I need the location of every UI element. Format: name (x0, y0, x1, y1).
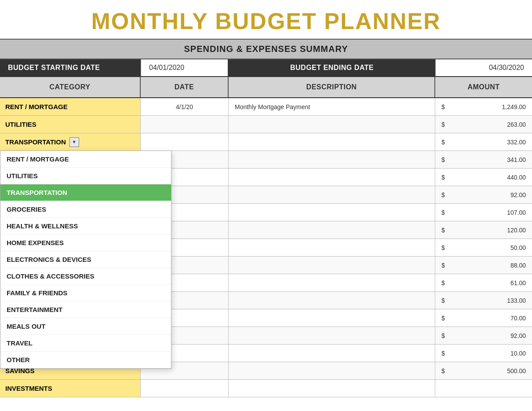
table-row: RENT / MORTGAGE4/1/20Monthly Mortgage Pa… (0, 98, 532, 116)
subtitle-bar: SPENDING & EXPENSES SUMMARY (0, 39, 532, 59)
category-text: TRANSPORTATION (5, 138, 66, 146)
dropdown-item[interactable]: TRANSPORTATION (0, 184, 171, 201)
amount-value: 332.00 (507, 139, 526, 146)
amount-value: 61.00 (510, 279, 526, 286)
budget-start-value: 04/01/2020 (141, 59, 229, 76)
dollar-sign: $ (441, 367, 445, 374)
amount-value: 1,249.00 (502, 103, 526, 110)
dollar-sign: $ (441, 121, 445, 128)
amount-cell: $61.00 (435, 274, 532, 291)
dropdown-item[interactable]: FAMILY & FRIENDS (0, 285, 171, 301)
table-body: RENT / MORTGAGE4/1/20Monthly Mortgage Pa… (0, 98, 532, 397)
category-dropdown[interactable]: RENT / MORTGAGEUTILITIESTRANSPORTATIONGR… (0, 150, 171, 369)
amount-value: 440.00 (507, 174, 526, 181)
category-cell: UTILITIES (0, 116, 141, 133)
description-cell (229, 186, 435, 203)
dollar-sign: $ (441, 332, 445, 339)
date-cell (141, 116, 229, 133)
amount-cell: $1,249.00 (435, 98, 532, 115)
amount-value: 133.00 (507, 297, 526, 304)
date-cell: 4/1/20 (141, 98, 229, 115)
description-cell (229, 116, 435, 133)
dollar-sign: $ (441, 279, 445, 286)
dollar-sign: $ (441, 156, 445, 163)
amount-cell: $500.00 (435, 362, 532, 379)
dollar-sign: $ (441, 227, 445, 234)
amount-cell: $107.00 (435, 204, 532, 221)
table-row: INVESTMENTS (0, 380, 532, 397)
dropdown-item[interactable]: GROCERIES (0, 201, 171, 218)
dollar-sign: $ (441, 103, 445, 110)
amount-cell: $92.00 (435, 186, 532, 203)
amount-cell: $263.00 (435, 116, 532, 133)
amount-cell: $50.00 (435, 239, 532, 256)
budget-end-value: 04/30/2020 (435, 59, 532, 76)
amount-cell (435, 380, 532, 397)
table-header-row: CATEGORY DATE DESCRIPTION AMOUNT (0, 77, 532, 98)
dollar-sign: $ (441, 174, 445, 181)
description-cell (229, 169, 435, 186)
amount-value: 50.00 (510, 244, 526, 251)
description-cell (229, 309, 435, 327)
amount-value: 341.00 (507, 156, 526, 163)
dropdown-item[interactable]: MEALS OUT (0, 318, 171, 335)
category-cell: RENT / MORTGAGE (0, 98, 141, 115)
description-cell (229, 239, 435, 256)
budget-dates-row: BUDGET STARTING DATE 04/01/2020 BUDGET E… (0, 59, 532, 77)
dropdown-item[interactable]: CLOTHES & ACCESSORIES (0, 268, 171, 285)
dollar-sign: $ (441, 244, 445, 251)
dollar-sign: $ (441, 297, 445, 304)
dropdown-item[interactable]: UTILITIES (0, 168, 171, 184)
description-cell (229, 292, 435, 309)
dropdown-item[interactable]: RENT / MORTGAGE (0, 151, 171, 168)
dropdown-arrow-button[interactable]: ▼ (69, 137, 79, 147)
amount-value: 500.00 (507, 367, 526, 374)
dollar-sign: $ (441, 315, 445, 322)
amount-cell: $341.00 (435, 151, 532, 168)
description-cell (229, 257, 435, 274)
date-cell (141, 380, 229, 397)
amount-cell: $88.00 (435, 257, 532, 274)
header-description: DESCRIPTION (229, 77, 435, 97)
description-cell (229, 204, 435, 221)
description-cell (229, 362, 435, 379)
header-category: CATEGORY (0, 77, 141, 97)
description-cell (229, 327, 435, 344)
dropdown-item[interactable]: HOME EXPENSES (0, 235, 171, 251)
amount-value: 88.00 (510, 262, 526, 269)
header-date: DATE (141, 77, 229, 97)
dollar-sign: $ (441, 191, 445, 198)
amount-cell: $133.00 (435, 292, 532, 309)
dollar-sign: $ (441, 350, 445, 357)
amount-cell: $92.00 (435, 327, 532, 344)
amount-value: 92.00 (510, 191, 526, 198)
description-cell (229, 380, 435, 397)
amount-value: 120.00 (507, 227, 526, 234)
page-title: MONTHLY BUDGET PLANNER (0, 0, 532, 39)
amount-value: 263.00 (507, 121, 526, 128)
description-cell (229, 151, 435, 168)
dollar-sign: $ (441, 262, 445, 269)
amount-value: 10.00 (510, 350, 526, 357)
budget-end-label: BUDGET ENDING DATE (229, 59, 435, 76)
table-row: UTILITIES$263.00 (0, 116, 532, 133)
date-cell (141, 133, 229, 150)
dropdown-item[interactable]: ELECTRONICS & DEVICES (0, 251, 171, 268)
table-row: TRANSPORTATION▼RENT / MORTGAGEUTILITIEST… (0, 133, 532, 151)
amount-cell: $440.00 (435, 169, 532, 186)
amount-cell: $332.00 (435, 133, 532, 150)
budget-start-label: BUDGET STARTING DATE (0, 59, 141, 76)
amount-value: 107.00 (507, 209, 526, 216)
description-cell (229, 345, 435, 362)
amount-cell: $10.00 (435, 345, 532, 362)
amount-cell: $120.00 (435, 221, 532, 239)
dropdown-item[interactable]: ENTERTAINMENT (0, 301, 171, 318)
amount-value: 70.00 (510, 315, 526, 322)
dropdown-item[interactable]: HEALTH & WELLNESS (0, 218, 171, 235)
dropdown-item[interactable]: TRAVEL (0, 335, 171, 352)
description-cell (229, 274, 435, 291)
dropdown-item[interactable]: OTHER (0, 352, 171, 368)
description-cell: Monthly Mortgage Payment (229, 98, 435, 115)
category-cell: INVESTMENTS (0, 380, 141, 397)
amount-cell: $70.00 (435, 309, 532, 327)
